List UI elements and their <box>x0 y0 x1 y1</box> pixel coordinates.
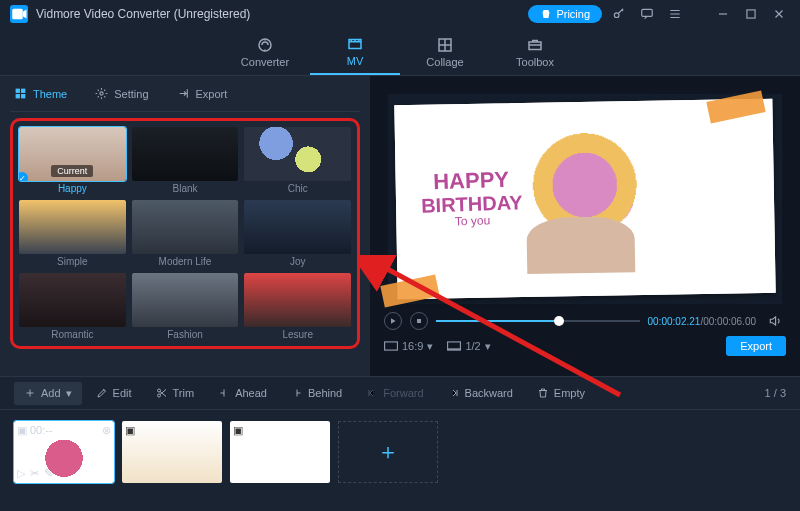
clip-3[interactable]: ▣ <box>230 421 330 483</box>
image-icon: ▣ <box>125 424 135 437</box>
tab-toolbox[interactable]: Toolbox <box>490 28 580 75</box>
svg-rect-16 <box>448 348 461 350</box>
theme-label: Joy <box>290 256 306 267</box>
preview-page-selector[interactable]: 1/2 ▾ <box>447 340 490 353</box>
volume-icon[interactable] <box>764 310 786 332</box>
add-clip-slot[interactable]: ＋ <box>338 421 438 483</box>
theme-label: Modern Life <box>159 256 212 267</box>
feedback-icon[interactable] <box>636 3 658 25</box>
converter-icon <box>255 36 275 54</box>
minimize-button[interactable] <box>712 3 734 25</box>
clip-trim-icon[interactable]: ✂ <box>30 467 39 480</box>
clip-2[interactable]: ▣ <box>122 421 222 483</box>
subtab-setting-label: Setting <box>114 88 148 100</box>
time-readout: 00:00:02.21/00:00:06.00 <box>648 316 756 327</box>
svg-rect-10 <box>16 94 20 98</box>
pricing-button[interactable]: Pricing <box>528 5 602 23</box>
theme-label: Fashion <box>167 329 203 340</box>
empty-button[interactable]: Empty <box>527 382 595 404</box>
subtab-export-label: Export <box>196 88 228 100</box>
image-icon: ▣ <box>233 424 243 437</box>
theme-item-simple[interactable]: Simple <box>19 200 126 267</box>
stop-button[interactable] <box>410 312 428 330</box>
theme-label: Chic <box>288 183 308 194</box>
tab-toolbox-label: Toolbox <box>516 56 554 68</box>
theme-item-fashion[interactable]: Fashion <box>132 273 239 340</box>
aspect-ratio-selector[interactable]: 16:9 ▾ <box>384 340 433 353</box>
maximize-button[interactable] <box>740 3 762 25</box>
clip-page-count: 1 / 3 <box>765 387 786 399</box>
theme-label: Happy <box>58 183 87 194</box>
window-title: Vidmore Video Converter (Unregistered) <box>36 7 250 21</box>
export-button[interactable]: Export <box>726 336 786 356</box>
behind-button[interactable]: Behind <box>281 382 352 404</box>
subtab-setting[interactable]: Setting <box>91 81 152 106</box>
theme-item-joy[interactable]: Joy <box>244 200 351 267</box>
play-button[interactable] <box>384 312 402 330</box>
edit-button[interactable]: Edit <box>86 382 142 404</box>
seek-slider[interactable] <box>436 320 640 322</box>
svg-rect-2 <box>642 9 653 16</box>
svg-point-1 <box>614 13 619 18</box>
theme-item-lesure[interactable]: Lesure <box>244 273 351 340</box>
svg-rect-0 <box>12 9 23 20</box>
tab-converter[interactable]: Converter <box>220 28 310 75</box>
add-button[interactable]: Add ▾ <box>14 382 82 405</box>
pricing-label: Pricing <box>556 8 590 20</box>
svg-point-4 <box>259 39 271 51</box>
forward-button[interactable]: Forward <box>356 382 433 404</box>
trim-button[interactable]: Trim <box>146 382 205 404</box>
tab-converter-label: Converter <box>241 56 289 68</box>
tab-collage-label: Collage <box>426 56 463 68</box>
svg-rect-14 <box>385 342 398 350</box>
svg-rect-9 <box>21 89 25 93</box>
theme-grid-highlight: Current✓ Happy Blank Chic Simple <box>10 118 360 349</box>
chevron-down-icon: ▾ <box>427 340 433 353</box>
key-icon[interactable] <box>608 3 630 25</box>
theme-item-modern-life[interactable]: Modern Life <box>132 200 239 267</box>
subtab-theme-label: Theme <box>33 88 67 100</box>
tab-mv[interactable]: MV <box>310 28 400 75</box>
svg-rect-13 <box>417 319 421 323</box>
close-button[interactable] <box>768 3 790 25</box>
svg-point-12 <box>100 92 103 95</box>
theme-item-romantic[interactable]: Romantic <box>19 273 126 340</box>
current-badge: Current <box>51 165 93 177</box>
theme-item-chic[interactable]: Chic <box>244 127 351 194</box>
mv-icon <box>345 35 365 53</box>
theme-label: Blank <box>173 183 198 194</box>
image-icon: ▣ <box>17 424 27 437</box>
app-logo-icon <box>10 5 28 23</box>
plus-icon: ＋ <box>377 437 399 467</box>
clip-play-icon[interactable]: ▷ <box>17 467 25 480</box>
tab-collage[interactable]: Collage <box>400 28 490 75</box>
preview-bouquet-graphic <box>485 128 684 271</box>
theme-label: Lesure <box>282 329 313 340</box>
backward-button[interactable]: Backward <box>438 382 523 404</box>
clip-1[interactable]: ▣00:-- ⊗ ▷ ✂ ✎ <box>14 421 114 483</box>
theme-label: Simple <box>57 256 88 267</box>
theme-item-blank[interactable]: Blank <box>132 127 239 194</box>
tape-decoration <box>380 274 439 307</box>
subtab-theme[interactable]: Theme <box>10 81 71 106</box>
check-icon: ✓ <box>19 172 28 181</box>
remove-clip-icon[interactable]: ⊗ <box>102 424 111 437</box>
menu-icon[interactable] <box>664 3 686 25</box>
clip-time: 00:-- <box>30 424 53 437</box>
svg-rect-8 <box>16 89 20 93</box>
chevron-down-icon: ▾ <box>485 340 491 353</box>
svg-rect-3 <box>747 10 755 18</box>
ahead-button[interactable]: Ahead <box>208 382 277 404</box>
subtab-export[interactable]: Export <box>173 81 232 106</box>
theme-item-happy[interactable]: Current✓ Happy <box>19 127 126 194</box>
preview-area: HAPPY BIRTHDAY To you <box>388 94 782 304</box>
tab-mv-label: MV <box>347 55 364 67</box>
theme-label: Romantic <box>51 329 93 340</box>
svg-rect-11 <box>21 94 25 98</box>
collage-icon <box>435 36 455 54</box>
clip-edit-icon[interactable]: ✎ <box>44 467 53 480</box>
chevron-down-icon: ▾ <box>66 387 72 400</box>
toolbox-icon <box>525 36 545 54</box>
